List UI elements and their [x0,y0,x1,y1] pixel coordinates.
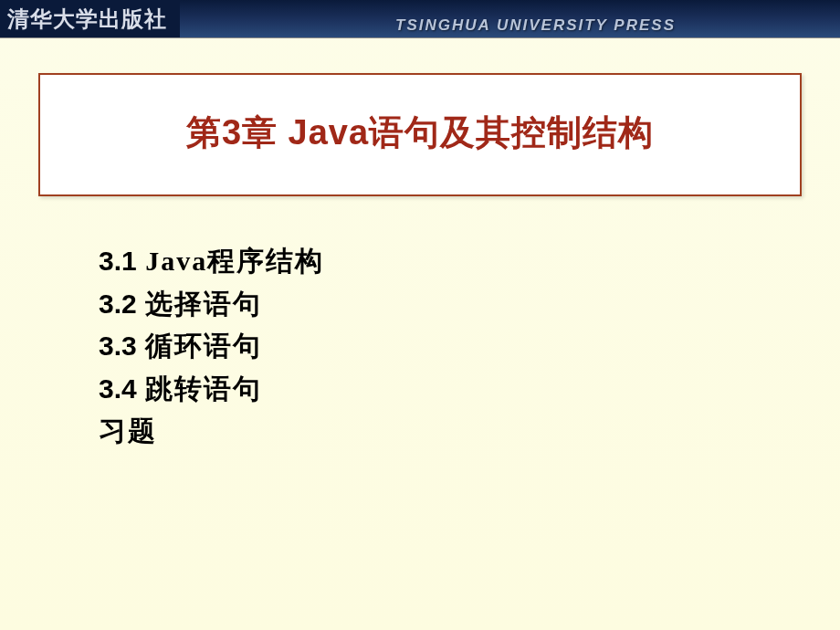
toc-num: 3.2 [99,289,137,319]
toc-label: 选择语句 [137,289,263,319]
chapter-title: 第3章 Java语句及其控制结构 [58,110,782,156]
toc-label: 跳转语句 [137,373,263,404]
toc-label: 循环语句 [137,331,263,361]
toc-item: 3.3 循环语句 [99,325,840,368]
publisher-subtitle: TSINGHUA UNIVERSITY PRESS [395,16,676,35]
toc-label: Java程序结构 [137,246,325,276]
toc-num: 3.3 [99,331,137,361]
toc-num: 3.1 [99,246,137,276]
toc-item: 3.1 Java程序结构 [99,240,840,283]
toc-item: 习题 [99,410,840,453]
table-of-contents: 3.1 Java程序结构 3.2 选择语句 3.3 循环语句 3.4 跳转语句 … [99,240,840,453]
toc-num: 3.4 [99,373,137,404]
chapter-title-box: 第3章 Java语句及其控制结构 [38,73,802,196]
toc-item: 3.2 选择语句 [99,283,840,326]
slide-header: 清华大学出版社 TSINGHUA UNIVERSITY PRESS [0,0,840,38]
toc-label: 习题 [99,415,157,446]
publisher-logo: 清华大学出版社 [0,0,180,37]
toc-item: 3.4 跳转语句 [99,368,840,411]
